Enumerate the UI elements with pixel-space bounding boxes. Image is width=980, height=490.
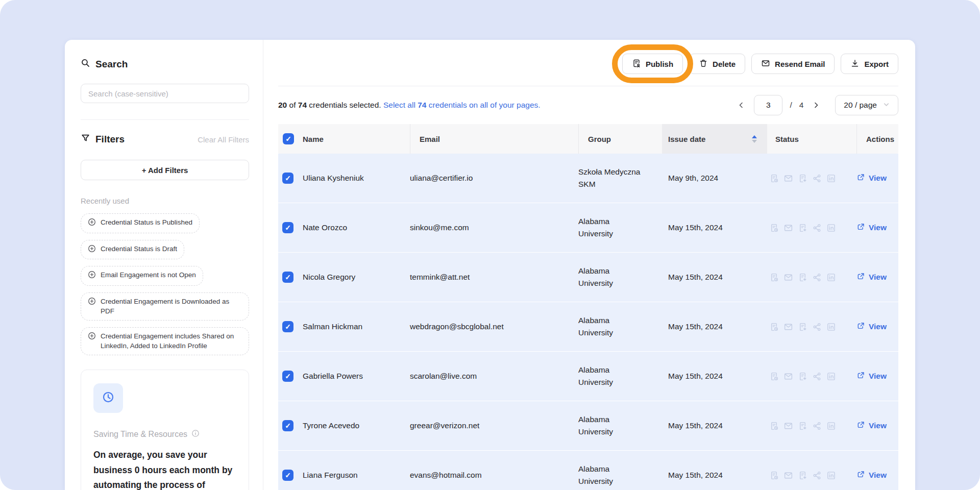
row-checkbox[interactable]: ✓ <box>282 272 293 283</box>
recent-filter-chip[interactable]: Credential Engagement includes Shared on… <box>81 327 249 355</box>
download-icon <box>850 59 860 69</box>
recent-filter-chip[interactable]: Credential Status is Draft <box>81 240 184 260</box>
view-link[interactable]: View <box>856 173 887 184</box>
row-status-icons <box>767 451 856 490</box>
header-issue-date[interactable]: Issue date <box>662 124 767 154</box>
row-issue-date: May 15th, 2024 <box>662 253 767 302</box>
main-content: Publish Delete Resend Email <box>263 40 915 490</box>
export-button[interactable]: Export <box>841 54 898 74</box>
trash-icon <box>699 59 708 69</box>
row-group: Alabama University <box>578 265 645 289</box>
shared-icon <box>812 372 822 381</box>
pdf-downloaded-icon <box>798 174 807 183</box>
row-name: Tyrone Acevedo <box>303 401 410 450</box>
recent-filter-chip[interactable]: Credential Status is Published <box>81 213 200 233</box>
row-name: Nicola Gregory <box>303 253 410 302</box>
row-name: Uliana Kysheniuk <box>303 154 410 203</box>
view-label: View <box>869 273 887 282</box>
row-checkbox[interactable]: ✓ <box>282 371 293 382</box>
credentials-table: ✓ Name Email Group Issue date Status Act… <box>278 124 898 490</box>
email-sent-icon <box>783 372 793 381</box>
email-sent-icon <box>783 223 793 233</box>
row-group: Alabama University <box>578 215 645 240</box>
next-page-button[interactable] <box>811 100 822 110</box>
row-name: Liana Ferguson <box>303 451 410 490</box>
row-checkbox[interactable]: ✓ <box>282 222 293 233</box>
shared-icon <box>812 471 822 480</box>
linkedin-icon <box>826 372 836 381</box>
add-filters-button[interactable]: + Add Filters <box>81 160 249 180</box>
search-input[interactable] <box>81 84 249 103</box>
view-link[interactable]: View <box>856 322 887 332</box>
selection-summary: 20 of 74 credentials selected. Select al… <box>278 101 541 110</box>
recent-filter-chips: Credential Status is PublishedCredential… <box>81 213 249 355</box>
view-link[interactable]: View <box>856 470 887 481</box>
savings-card: Saving Time & Resources On average, you … <box>81 370 249 490</box>
filters-title: Filters <box>95 134 125 145</box>
savings-text: On average, you save your business 0 hou… <box>93 448 236 490</box>
view-link[interactable]: View <box>856 421 887 431</box>
plus-circle-icon <box>88 331 96 343</box>
row-checkbox[interactable]: ✓ <box>282 470 293 481</box>
table-row: ✓ Nicola Gregory temmink@att.net Alabama… <box>278 253 898 302</box>
search-icon <box>81 58 90 70</box>
row-email: greear@verizon.net <box>410 401 578 450</box>
recent-filter-chip[interactable]: Email Engagement is not Open <box>81 266 203 286</box>
row-status-icons <box>767 203 856 252</box>
pdf-downloaded-icon <box>798 273 807 282</box>
shared-icon <box>812 273 822 282</box>
recent-filter-chip[interactable]: Credential Engagement is Downloaded as P… <box>81 292 249 321</box>
row-email: temmink@att.net <box>410 253 578 302</box>
row-checkbox[interactable]: ✓ <box>282 173 293 184</box>
row-checkbox[interactable]: ✓ <box>282 420 293 431</box>
row-name: Nate Orozco <box>303 203 410 252</box>
page-size-select[interactable]: 20 / page <box>835 95 898 115</box>
envelope-icon <box>761 59 770 69</box>
page-number-input[interactable] <box>754 95 782 115</box>
linkedin-icon <box>826 471 836 480</box>
page-separator: / <box>790 101 792 110</box>
row-status-icons <box>767 154 856 203</box>
view-link[interactable]: View <box>856 371 887 382</box>
chevron-down-icon <box>883 101 890 110</box>
filters-section-title: Filters <box>81 133 125 145</box>
row-group: Alabama University <box>578 314 645 339</box>
row-issue-date: May 9th, 2024 <box>662 154 767 203</box>
email-sent-icon <box>783 174 793 183</box>
credential-published-icon <box>769 174 779 183</box>
select-all-link[interactable]: Select all 74 credentials on all of your… <box>383 101 541 109</box>
resend-email-button[interactable]: Resend Email <box>751 54 835 74</box>
table-row: ✓ Gabriella Powers scarolan@live.com Ala… <box>278 352 898 401</box>
delete-button[interactable]: Delete <box>689 54 745 74</box>
screen: Search Filters Clear All Filters + Add F… <box>0 0 980 490</box>
select-all-checkbox[interactable]: ✓ <box>283 133 294 144</box>
view-label: View <box>869 223 887 232</box>
header-group: Group <box>578 124 662 154</box>
shared-icon <box>812 174 822 183</box>
header-status: Status <box>767 124 856 154</box>
credential-published-icon <box>769 372 779 381</box>
page-background: Search Filters Clear All Filters + Add F… <box>0 0 980 490</box>
credential-published-icon <box>769 421 779 431</box>
pdf-downloaded-icon <box>798 421 807 431</box>
plus-circle-icon <box>88 297 96 308</box>
clock-icon-tile <box>93 383 123 413</box>
row-email: uliana@certifier.io <box>410 154 578 203</box>
view-link[interactable]: View <box>856 272 887 283</box>
clear-all-filters-button[interactable]: Clear All Filters <box>198 135 249 144</box>
row-status-icons <box>767 253 856 302</box>
credential-published-icon <box>769 273 779 282</box>
row-group: Alabama University <box>578 364 645 388</box>
view-link[interactable]: View <box>856 223 887 233</box>
prev-page-button[interactable] <box>736 100 747 110</box>
publish-button[interactable]: Publish <box>622 54 683 74</box>
sort-toggle-icon[interactable] <box>752 135 757 143</box>
row-issue-date: May 15th, 2024 <box>662 451 767 490</box>
row-checkbox[interactable]: ✓ <box>282 321 293 332</box>
plus-circle-icon <box>88 217 96 229</box>
email-sent-icon <box>783 273 793 282</box>
row-group: Alabama University <box>578 463 645 487</box>
row-status-icons <box>767 302 856 351</box>
table-row: ✓ Uliana Kysheniuk uliana@certifier.io S… <box>278 154 898 203</box>
row-issue-date: May 15th, 2024 <box>662 352 767 401</box>
